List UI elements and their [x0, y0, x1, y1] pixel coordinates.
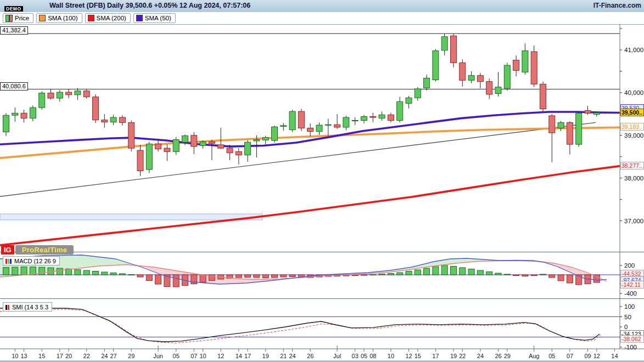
candle: [379, 115, 385, 118]
axis-label: 100: [624, 303, 635, 310]
candle: [236, 151, 242, 155]
axis-label: Jun: [153, 353, 163, 359]
sma200-swatch-icon: [88, 15, 94, 21]
candle: [3, 115, 9, 132]
axis-label: -100: [624, 344, 637, 350]
candle: [388, 115, 394, 120]
axis-label: 27: [110, 353, 116, 359]
trendline[interactable]: [0, 122, 596, 196]
x-axis: 101315172022242729Jun0507101214171921242…: [12, 346, 618, 359]
macd-panel-button[interactable]: MACD (12 26 9: [3, 256, 60, 265]
candle: [137, 150, 143, 171]
candle: [102, 120, 108, 122]
candle: [531, 52, 537, 84]
candle: [468, 76, 474, 81]
candle: [12, 113, 18, 115]
axis-label: 39,000: [624, 132, 643, 139]
macd-signal-tag: -142.11: [620, 281, 644, 289]
candle: [164, 148, 170, 151]
axis-label: 12: [217, 353, 224, 359]
candle: [406, 98, 412, 103]
axis-label: 0: [624, 324, 628, 330]
axis-label: 26: [495, 353, 501, 359]
legend-sma100-button[interactable]: SMA (100): [36, 13, 82, 23]
candle: [281, 126, 287, 127]
smi-signal-tag: -38.062: [620, 335, 644, 343]
candle: [576, 113, 582, 144]
sma100-swatch-icon: [39, 15, 46, 21]
legend-sma100-label: SMA (100): [48, 15, 77, 21]
axis-label: 37,000: [624, 218, 643, 224]
axis-label: 08: [369, 353, 376, 359]
candle: [415, 89, 421, 98]
smi-panel-label: SMI (14 3 5 3: [12, 304, 48, 310]
legend-price-button[interactable]: Price: [3, 13, 33, 23]
sma200-line[interactable]: [0, 166, 619, 245]
candle: [334, 125, 340, 127]
macd-pane: [0, 255, 620, 287]
macd-panel-label: MACD (12 26 9: [14, 258, 56, 264]
candle: [352, 121, 358, 121]
candle: [200, 142, 206, 145]
smi-panel-button[interactable]: SMI (14 3 5 3: [3, 302, 52, 312]
legend-sma200-label: SMA (200): [97, 15, 126, 21]
candle: [433, 51, 439, 80]
chart-canvas[interactable]: 41,00040,00039,00038,00037,000200-400100…: [0, 24, 644, 362]
brand-link[interactable]: IT-Finance.com: [593, 2, 641, 9]
candle: [522, 51, 528, 72]
candle: [370, 117, 376, 118]
candle: [66, 92, 72, 95]
axis-label: 29: [128, 353, 135, 359]
axis-label: 24: [101, 353, 108, 359]
demo-badge: DEMO: [4, 6, 23, 12]
ig-prorealtime-logo: IG ProRealTime: [1, 245, 74, 254]
sma200-tag: 38,277..: [620, 162, 644, 169]
candle: [182, 136, 188, 143]
legend-sma50-button[interactable]: SMA (50): [133, 13, 176, 23]
candle: [48, 93, 54, 98]
candle: [477, 76, 483, 82]
candle: [558, 122, 564, 128]
axis-label: 10: [199, 353, 206, 359]
candle: [513, 60, 519, 71]
chart-window: DEMO Wall Street (DFB) Daily 39,500.6 +0…: [0, 0, 644, 362]
hline-price-label-lower: 40,080.6: [0, 82, 28, 90]
axis-label: 41,000: [624, 47, 643, 53]
axis-label: 21: [280, 353, 287, 359]
smi-pane: [0, 308, 620, 343]
candle: [155, 144, 161, 149]
sma100-line[interactable]: [0, 127, 619, 158]
candle: [397, 101, 403, 120]
candle: [119, 117, 125, 122]
sma50-swatch-icon: [136, 15, 143, 21]
candle: [343, 117, 349, 127]
axis-label: 14: [611, 353, 618, 359]
axis-label: 26: [307, 353, 313, 359]
candle: [21, 113, 27, 118]
candle: [30, 108, 36, 118]
axis-label: 05: [173, 353, 180, 359]
candle: [262, 138, 268, 140]
candle: [451, 36, 457, 63]
axis-label: 40,000: [624, 89, 643, 96]
selection-band[interactable]: [0, 214, 262, 220]
candle: [549, 116, 555, 133]
axis-label: 10: [388, 353, 394, 359]
candle: [495, 87, 501, 94]
candle: [173, 140, 179, 152]
axis-label: 13: [20, 353, 27, 359]
axis-label: 24: [477, 353, 484, 359]
candle: [289, 111, 295, 129]
candle: [191, 135, 197, 146]
candle: [254, 140, 260, 141]
sma100-tag: 39,183..: [620, 123, 644, 131]
candle: [57, 92, 63, 98]
axis-label: -400: [624, 290, 637, 297]
candle: [540, 84, 546, 109]
candle: [227, 148, 233, 153]
axis-label: 17: [244, 353, 251, 359]
legend-sma50-label: SMA (50): [145, 15, 171, 21]
candle: [75, 91, 81, 95]
legend-sma200-button[interactable]: SMA (200): [85, 13, 131, 23]
frame: [0, 24, 644, 361]
